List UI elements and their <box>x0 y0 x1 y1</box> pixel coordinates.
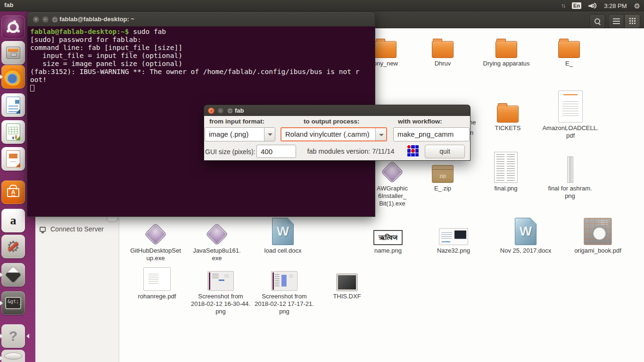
focused-arrow-fab <box>26 334 29 338</box>
launcher-item-terminal[interactable]: &gt;_ <box>1 291 25 315</box>
search-button[interactable] <box>589 14 605 28</box>
desktop-icon-final-png[interactable]: final.png <box>471 150 541 192</box>
desktop-icon-e[interactable]: E_ <box>534 25 604 67</box>
image-thumbnail-icon <box>567 156 573 183</box>
desktop-icon-name-png[interactable]: ऋत्विजname.png <box>353 212 423 255</box>
hard-drive-icon <box>4 353 22 360</box>
list-view-button[interactable] <box>608 14 624 28</box>
terminal-app-icon: &gt;_ <box>5 297 21 309</box>
desktop-icon-origami-book-pdf[interactable]: origami_book.pdf <box>562 212 633 255</box>
zip-archive-icon: zip <box>432 165 454 183</box>
pdf-thumbnail-icon <box>558 90 583 123</box>
pdf-thumbnail-icon <box>143 267 171 291</box>
search-icon <box>594 18 601 25</box>
amazon-icon: a <box>10 215 17 226</box>
gui-size-input[interactable]: 400 <box>256 145 296 158</box>
maximize-icon[interactable]: ▢ <box>51 16 58 23</box>
network-arrows-icon[interactable]: ↑↓ <box>561 2 565 9</box>
writer-icon <box>6 97 20 114</box>
inkscape-icon <box>5 267 21 283</box>
fab-dialog-body: from input format: to output process: wi… <box>204 116 471 161</box>
desktop-icon-load-cell-docx[interactable]: Wload cell.docx <box>248 212 318 255</box>
grid-view-button[interactable] <box>624 14 640 28</box>
running-pip-terminal <box>0 301 3 305</box>
wine-exe-icon <box>381 161 404 183</box>
output-process-select[interactable]: Roland vinylcutter (.camm) <box>281 127 387 141</box>
terminal-command: sudo fab <box>129 28 166 35</box>
terminal-cursor <box>30 85 34 91</box>
close-icon[interactable]: × <box>208 107 215 114</box>
desktop-icon-nov-25-2017-docx[interactable]: WNov 25, 2017.docx <box>490 212 561 255</box>
launcher-item-software-center[interactable]: A <box>1 181 25 204</box>
keyboard-layout-indicator[interactable]: En <box>572 2 581 9</box>
workflow-input[interactable]: make_png_camm <box>393 127 470 141</box>
launcher-item-inkscape[interactable] <box>1 263 25 287</box>
quit-button[interactable]: quit <box>425 145 465 158</box>
desktop-icon-screenshot-171721[interactable]: Screenshot from 2018-02-12 17-17-21. png <box>249 258 320 315</box>
workflow-label: with workflow: <box>398 118 442 125</box>
chevron-down-icon[interactable] <box>264 128 275 141</box>
desktop-icon-amazonloadcell-pdf[interactable]: AmazonLOADCELL. pdf <box>535 90 606 140</box>
folder-icon <box>558 41 580 58</box>
desktop-icon-tickets[interactable]: TICKETS <box>472 90 543 132</box>
launcher-item-fab-gui[interactable]: ? <box>1 324 25 348</box>
launcher-item-libreoffice-calc[interactable] <box>1 120 25 144</box>
launcher-item-dash[interactable] <box>1 16 25 39</box>
desktop-icon-githubdesktopsetup-exe[interactable]: GitHubDesktopSet up.exe <box>120 212 191 262</box>
system-tray: ↑↓ En 3:28 PM ⚙ <box>561 0 640 11</box>
image-thumbnail-icon <box>439 228 468 245</box>
terminal-prompt: fablab@fablab-desktop:~$ <box>30 28 129 35</box>
launcher-item-drive[interactable] <box>1 350 25 362</box>
screenshot-thumbnail-icon <box>271 271 297 291</box>
session-menu-icon[interactable]: ⚙ <box>634 2 640 9</box>
active-app-title: fab <box>4 1 14 8</box>
volume-icon[interactable] <box>588 2 597 9</box>
dialog-title: fab <box>235 107 244 114</box>
chevron-down-icon[interactable] <box>375 128 386 140</box>
minimize-icon[interactable]: − <box>217 107 224 114</box>
screenshot-thumbnail-icon <box>207 271 234 291</box>
launcher-item-libreoffice-impress[interactable] <box>1 147 25 171</box>
launcher-item-files[interactable] <box>1 41 25 65</box>
folder-icon <box>432 41 454 58</box>
clock[interactable]: 3:28 PM <box>604 2 627 9</box>
image-thumbnail-icon: ऋत्विज <box>373 230 403 245</box>
close-icon[interactable]: × <box>33 16 40 23</box>
version-text: fab modules version: 7/11/14 <box>301 148 401 155</box>
launcher-item-libreoffice-writer[interactable] <box>1 93 25 117</box>
launcher-item-amazon[interactable]: a <box>1 209 25 232</box>
terminal-title: fablab@fablab-desktop: ~ <box>59 16 134 23</box>
desktop-icon-drying-apparatus[interactable]: Drying apparatus <box>471 25 542 67</box>
pdf-thumbnail-icon <box>584 218 612 245</box>
desktop-icon-this-dxf[interactable]: THIS.DXF <box>312 258 382 300</box>
impress-icon <box>6 150 20 167</box>
folder-icon <box>495 41 517 58</box>
running-pip-firefox <box>0 74 3 79</box>
sidebar-item-connect-to-server[interactable]: Connect to Server <box>35 222 119 236</box>
minimize-icon[interactable]: − <box>42 16 49 23</box>
top-menubar: fab ↑↓ En 3:28 PM ⚙ <box>0 0 644 11</box>
grid-view-icon <box>629 23 631 24</box>
question-mark-icon: ? <box>9 328 17 344</box>
launcher-item-system-settings[interactable]: ⚙ <box>1 235 25 258</box>
desktop-icon-screenshot-163044[interactable]: Screenshot from 2018-02-12 16-30-44. png <box>185 258 256 315</box>
desktop-icon-javasetup-exe[interactable]: JavaSetup8u161. exe <box>182 212 252 262</box>
fab-dialog-titlebar[interactable]: × − ▢ fab <box>204 105 471 116</box>
hidden-icon-label-fragment: n <box>470 129 473 136</box>
launcher-item-firefox[interactable] <box>1 65 25 89</box>
server-icon <box>40 227 46 232</box>
sidebar-item-label: Connect to Server <box>50 225 104 233</box>
desktop-icon-dhruv[interactable]: Dhruv <box>407 25 478 67</box>
image-thumbnail-icon <box>494 152 518 183</box>
input-format-select[interactable]: image (.png) <box>205 127 275 141</box>
desktop-icon-naze32-png[interactable]: Naze32.png <box>418 212 489 255</box>
fab-dialog[interactable]: × − ▢ fab from input format: to output p… <box>204 105 471 161</box>
gui-size-label: GUI size (pixels): <box>205 148 256 156</box>
wine-exe-icon <box>144 223 167 246</box>
desktop-icon-final-for-ashram-png[interactable]: final for ashram. png <box>535 150 605 200</box>
ubuntu-dash-icon <box>8 22 19 33</box>
terminal-titlebar[interactable]: × − ▢ fablab@fablab-desktop: ~ <box>27 11 375 26</box>
maximize-icon[interactable]: ▢ <box>227 107 233 114</box>
desktop-icon-rohanrege-pdf[interactable]: rohanrege.pdf <box>122 258 192 300</box>
word-doc-icon: W <box>272 218 294 245</box>
